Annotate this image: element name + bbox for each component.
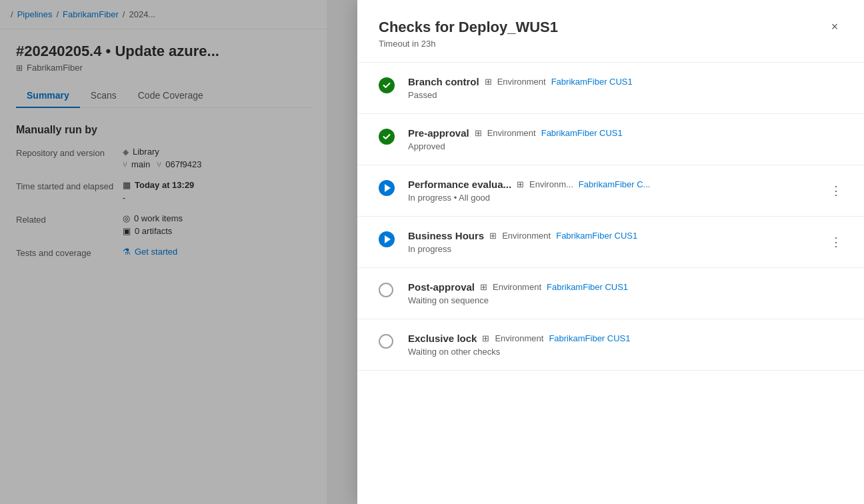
check-name: Branch control	[408, 76, 479, 87]
check-item-exclusive-lock: Exclusive lock ⊞ Environment FabrikamFib…	[357, 319, 864, 371]
check-name: Post-approval	[408, 281, 475, 293]
env-link[interactable]: FabrikamFiber CUS1	[549, 333, 630, 343]
check-status: In progress	[408, 244, 843, 254]
success-icon	[379, 129, 395, 145]
check-title-row: Post-approval ⊞ Environment FabrikamFibe…	[408, 281, 843, 293]
more-icon: ⋮	[830, 183, 842, 198]
check-item-pre-approval: Pre-approval ⊞ Environment FabrikamFiber…	[357, 114, 864, 165]
check-icon-exclusive-lock	[379, 334, 397, 353]
env-icon: ⊞	[489, 231, 497, 241]
env-link[interactable]: FabrikamFiber C...	[579, 179, 651, 189]
check-icon-pre-approval	[379, 129, 397, 147]
check-item-performance: Performance evalua... ⊞ Environm... Fabr…	[357, 165, 864, 217]
check-icon-business-hours	[379, 231, 397, 250]
check-name: Performance evalua...	[408, 179, 511, 190]
check-title-row: Exclusive lock ⊞ Environment FabrikamFib…	[408, 333, 843, 344]
modal-header: Checks for Deploy_WUS1 Timeout in 23h ×	[357, 0, 864, 63]
check-icon-post-approval	[379, 283, 397, 301]
check-status: Passed	[408, 90, 843, 100]
env-label: Environment	[487, 128, 536, 138]
more-icon: ⋮	[830, 235, 842, 249]
check-body-business-hours: Business Hours ⊞ Environment FabrikamFib…	[408, 230, 843, 254]
check-status: In progress • All good	[408, 193, 843, 203]
modal-subtitle: Timeout in 23h	[379, 39, 843, 49]
modal-title: Checks for Deploy_WUS1	[379, 19, 843, 36]
success-icon	[379, 77, 395, 93]
close-icon: ×	[831, 20, 839, 34]
check-item-post-approval: Post-approval ⊞ Environment FabrikamFibe…	[357, 268, 864, 319]
check-body-post-approval: Post-approval ⊞ Environment FabrikamFibe…	[408, 281, 843, 305]
check-status: Approved	[408, 141, 843, 151]
check-status: Waiting on other checks	[408, 347, 843, 357]
check-name: Business Hours	[408, 230, 484, 241]
check-body-exclusive-lock: Exclusive lock ⊞ Environment FabrikamFib…	[408, 333, 843, 357]
check-body-branch-control: Branch control ⊞ Environment FabrikamFib…	[408, 76, 843, 100]
env-link[interactable]: FabrikamFiber CUS1	[547, 282, 628, 292]
check-icon-branch-control	[379, 77, 397, 96]
check-body-pre-approval: Pre-approval ⊞ Environment FabrikamFiber…	[408, 127, 843, 151]
env-label: Environment	[493, 282, 541, 292]
check-name: Pre-approval	[408, 127, 469, 139]
env-link[interactable]: FabrikamFiber CUS1	[551, 77, 633, 87]
env-icon: ⊞	[475, 128, 482, 138]
env-icon: ⊞	[517, 179, 524, 189]
env-icon: ⊞	[480, 282, 487, 292]
check-icon-performance	[379, 180, 397, 199]
check-status: Waiting on sequence	[408, 295, 843, 305]
check-body-performance: Performance evalua... ⊞ Environm... Fabr…	[408, 179, 843, 203]
env-label: Environment	[502, 231, 551, 241]
pending-icon	[379, 283, 393, 297]
checks-list: Branch control ⊞ Environment FabrikamFib…	[357, 63, 864, 371]
check-item-business-hours: Business Hours ⊞ Environment FabrikamFib…	[357, 217, 864, 268]
check-more-button[interactable]: ⋮	[827, 181, 845, 200]
check-title-row: Performance evalua... ⊞ Environm... Fabr…	[408, 179, 843, 190]
env-icon: ⊞	[485, 77, 492, 87]
env-link[interactable]: FabrikamFiber CUS1	[541, 128, 623, 138]
check-name: Exclusive lock	[408, 333, 477, 344]
check-item-branch-control: Branch control ⊞ Environment FabrikamFib…	[357, 63, 864, 114]
progress-icon	[379, 180, 395, 196]
pending-icon	[379, 334, 393, 349]
env-icon: ⊞	[482, 333, 489, 343]
check-title-row: Business Hours ⊞ Environment FabrikamFib…	[408, 230, 843, 241]
check-more-button[interactable]: ⋮	[827, 233, 845, 251]
env-label: Environm...	[529, 179, 573, 189]
env-label: Environment	[497, 77, 546, 87]
check-title-row: Branch control ⊞ Environment FabrikamFib…	[408, 76, 843, 87]
env-link[interactable]: FabrikamFiber CUS1	[556, 231, 637, 241]
modal-close-button[interactable]: ×	[824, 16, 845, 37]
checks-modal: Checks for Deploy_WUS1 Timeout in 23h × …	[357, 0, 864, 504]
check-title-row: Pre-approval ⊞ Environment FabrikamFiber…	[408, 127, 843, 139]
progress-icon	[379, 231, 395, 247]
env-label: Environment	[495, 333, 543, 343]
